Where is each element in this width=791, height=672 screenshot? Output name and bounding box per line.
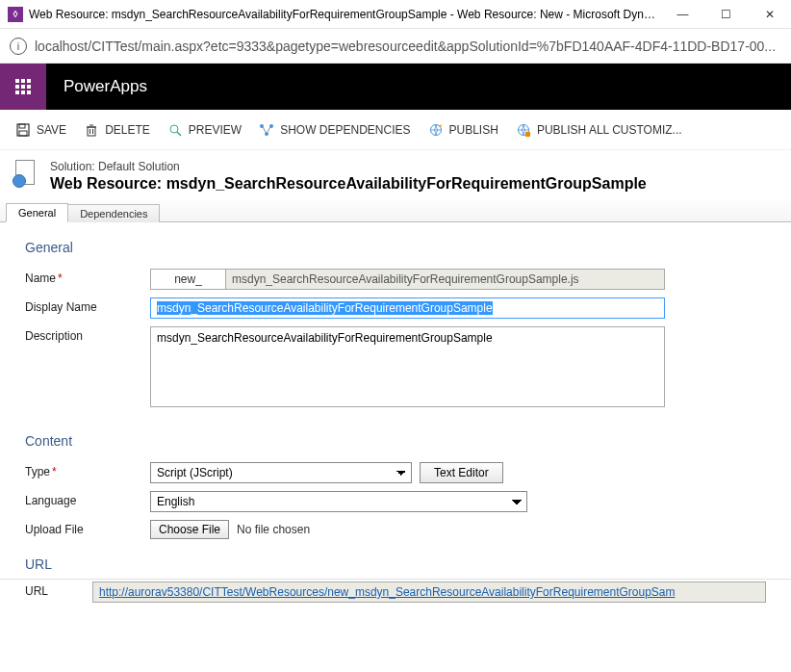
close-button[interactable]: ✕ bbox=[748, 0, 791, 29]
text-editor-button[interactable]: Text Editor bbox=[420, 462, 503, 483]
window-title: Web Resource: msdyn_SearchResourceAvaila… bbox=[29, 8, 661, 21]
language-select[interactable]: English bbox=[150, 491, 527, 512]
form-body: General Name* new_ Display Name msdyn_Se… bbox=[0, 222, 791, 628]
description-input[interactable] bbox=[150, 326, 665, 407]
preview-button[interactable]: PREVIEW bbox=[167, 122, 242, 138]
section-general: General bbox=[25, 240, 766, 255]
delete-button[interactable]: DELETE bbox=[84, 122, 150, 138]
waffle-icon bbox=[15, 79, 31, 94]
language-label: Language bbox=[25, 491, 150, 507]
window-buttons: — ☐ ✕ bbox=[661, 0, 791, 29]
trash-icon bbox=[84, 122, 99, 138]
type-select[interactable]: Script (JScript) bbox=[150, 462, 412, 483]
app-launcher-button[interactable] bbox=[0, 64, 46, 110]
url-field: http://aurorav53380/CITTest/WebResources… bbox=[92, 582, 766, 603]
name-label: Name* bbox=[25, 269, 150, 285]
svg-point-8 bbox=[170, 125, 178, 133]
svg-rect-1 bbox=[19, 124, 25, 128]
description-label: Description bbox=[25, 326, 150, 343]
section-url: URL bbox=[25, 556, 766, 572]
app-icon: ◊ bbox=[8, 7, 23, 22]
row-display-name: Display Name msdyn_SearchResourceAvailab… bbox=[25, 297, 766, 319]
file-status: No file chosen bbox=[237, 523, 310, 536]
row-type: Type* Script (JScript) Text Editor bbox=[25, 462, 766, 483]
url-link[interactable]: http://aurorav53380/CITTest/WebResources… bbox=[99, 585, 759, 599]
name-input[interactable] bbox=[226, 270, 664, 289]
row-name: Name* new_ bbox=[25, 269, 766, 290]
save-icon bbox=[15, 122, 31, 138]
publish-label: PUBLISH bbox=[449, 123, 498, 137]
svg-rect-2 bbox=[19, 131, 27, 136]
publish-icon bbox=[428, 122, 444, 138]
publish-all-button[interactable]: PUBLISH ALL CUSTOMIZ... bbox=[516, 122, 682, 138]
svg-line-14 bbox=[268, 127, 270, 132]
publish-all-label: PUBLISH ALL CUSTOMIZ... bbox=[537, 123, 682, 137]
url-label: URL bbox=[25, 582, 92, 598]
type-label: Type* bbox=[25, 462, 150, 478]
tab-dependencies[interactable]: Dependencies bbox=[67, 204, 160, 222]
svg-line-9 bbox=[177, 132, 181, 136]
save-button[interactable]: SAVE bbox=[15, 122, 66, 138]
address-bar: i localhost/CITTest/main.aspx?etc=9333&p… bbox=[0, 29, 791, 64]
tab-general[interactable]: General bbox=[6, 203, 68, 222]
command-bar: SAVE DELETE PREVIEW SHOW DEPENDENCIES PU… bbox=[0, 110, 791, 150]
choose-file-button[interactable]: Choose File bbox=[150, 520, 229, 539]
app-navbar: PowerApps bbox=[0, 64, 791, 110]
brand-label: PowerApps bbox=[46, 77, 147, 96]
name-prefix: new_ bbox=[151, 270, 226, 289]
page-title: Web Resource: msdyn_SearchResourceAvaila… bbox=[50, 175, 647, 193]
webresource-icon bbox=[13, 160, 40, 187]
solution-line: Solution: Default Solution bbox=[50, 160, 647, 173]
page-header: Solution: Default Solution Web Resource:… bbox=[0, 150, 791, 200]
row-upload: Upload File Choose File No file chosen bbox=[25, 520, 766, 539]
tab-strip: General Dependencies bbox=[0, 200, 791, 222]
display-name-input[interactable]: msdyn_SearchResourceAvailabilityForRequi… bbox=[150, 297, 665, 319]
row-url: URL http://aurorav53380/CITTest/WebResou… bbox=[25, 582, 766, 603]
minimize-button[interactable]: — bbox=[661, 0, 704, 29]
info-icon[interactable]: i bbox=[10, 38, 27, 55]
row-language: Language English bbox=[25, 491, 766, 512]
delete-label: DELETE bbox=[105, 123, 150, 137]
upload-label: Upload File bbox=[25, 520, 150, 536]
footer-divider bbox=[0, 579, 791, 580]
save-label: SAVE bbox=[37, 123, 66, 137]
address-text[interactable]: localhost/CITTest/main.aspx?etc=9333&pag… bbox=[35, 39, 776, 54]
show-dependencies-label: SHOW DEPENDENCIES bbox=[280, 123, 410, 137]
dependencies-icon bbox=[259, 122, 274, 138]
svg-rect-17 bbox=[525, 132, 530, 137]
maximize-button[interactable]: ☐ bbox=[704, 0, 748, 29]
section-content: Content bbox=[25, 433, 766, 449]
show-dependencies-button[interactable]: SHOW DEPENDENCIES bbox=[259, 122, 410, 138]
display-name-label: Display Name bbox=[25, 297, 150, 314]
svg-line-13 bbox=[263, 127, 266, 132]
svg-rect-3 bbox=[88, 127, 95, 136]
window-titlebar: ◊ Web Resource: msdyn_SearchResourceAvai… bbox=[0, 0, 791, 29]
name-field-group: new_ bbox=[150, 269, 665, 290]
publish-button[interactable]: PUBLISH bbox=[428, 122, 498, 138]
search-icon bbox=[167, 122, 183, 138]
preview-label: PREVIEW bbox=[189, 123, 242, 137]
publish-all-icon bbox=[516, 122, 531, 138]
svg-point-12 bbox=[265, 132, 268, 136]
row-description: Description bbox=[25, 326, 766, 410]
